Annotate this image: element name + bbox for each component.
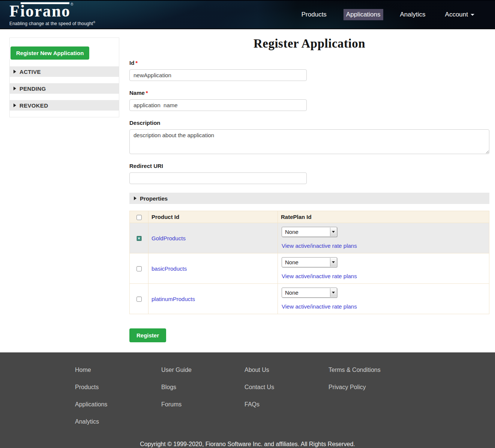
description-field-group: Description description about the applic… bbox=[129, 120, 489, 154]
footer-column-resources: User Guide Blogs Forums bbox=[161, 367, 244, 436]
footer-link-applications[interactable]: Applications bbox=[75, 401, 161, 408]
rateplan-selected-value: None bbox=[285, 259, 298, 265]
copyright-text: Copyright © 1999-2020, Fiorano Software … bbox=[0, 441, 495, 448]
brand-logo: Fiorano® Enabling change at the speed of… bbox=[0, 3, 95, 26]
id-label: Id* bbox=[129, 60, 489, 66]
sidebar-section-label: ACTIVE bbox=[20, 69, 41, 75]
table-row: basicProducts None View active/inactive … bbox=[130, 253, 489, 284]
sidebar-section-pending[interactable]: PENDING bbox=[10, 83, 119, 94]
redirect-uri-label: Redirect URI bbox=[129, 163, 489, 169]
select-dropdown-button bbox=[330, 228, 336, 236]
chevron-right-icon bbox=[134, 196, 136, 200]
footer-column-site: Home Products Applications Analytics bbox=[75, 367, 161, 436]
footer-link-products[interactable]: Products bbox=[75, 384, 161, 391]
chevron-right-icon bbox=[14, 103, 16, 107]
logo-text: Fiorano bbox=[9, 2, 70, 20]
register-button[interactable]: Register bbox=[129, 328, 166, 342]
name-label: Name* bbox=[129, 90, 489, 96]
registered-mark: ® bbox=[70, 2, 73, 6]
chevron-right-icon bbox=[14, 87, 16, 90]
view-rate-plans-link[interactable]: View active/inactive rate plans bbox=[282, 303, 357, 310]
column-header-product-id: Product Id bbox=[148, 211, 278, 223]
footer-link-contact-us[interactable]: Contact Us bbox=[244, 384, 328, 391]
caret-down-icon bbox=[332, 261, 335, 263]
sidebar: Register New Application ACTIVE PENDING … bbox=[9, 37, 119, 117]
rateplan-select[interactable]: None bbox=[282, 227, 337, 237]
nav-item-applications[interactable]: Applications bbox=[344, 9, 383, 20]
select-dropdown-button bbox=[330, 288, 336, 297]
required-asterisk: * bbox=[146, 90, 148, 96]
id-input[interactable] bbox=[129, 69, 307, 81]
nav-item-analytics[interactable]: Analytics bbox=[398, 9, 428, 20]
content-area: Register New Application ACTIVE PENDING … bbox=[0, 29, 495, 352]
caret-down-icon bbox=[471, 14, 474, 16]
select-dropdown-button bbox=[330, 258, 336, 267]
footer-link-analytics[interactable]: Analytics bbox=[75, 418, 161, 425]
sidebar-section-label: PENDING bbox=[20, 85, 46, 92]
row-checkbox[interactable] bbox=[136, 297, 142, 302]
select-all-checkbox[interactable] bbox=[136, 215, 142, 220]
main-nav: Products Applications Analytics Account bbox=[299, 9, 477, 20]
footer-link-terms[interactable]: Terms & Conditions bbox=[328, 367, 381, 373]
footer-column-company: About Us Contact Us FAQs bbox=[244, 367, 328, 436]
id-field-group: Id* bbox=[129, 60, 489, 81]
page-title: Register Application bbox=[129, 37, 489, 51]
table-row: GoldProducts None View active/inactive r… bbox=[130, 223, 489, 253]
table-header-row: Product Id RatePlan Id bbox=[130, 211, 489, 223]
name-input[interactable] bbox=[129, 99, 307, 111]
footer-link-blogs[interactable]: Blogs bbox=[161, 384, 244, 391]
sidebar-section-active[interactable]: ACTIVE bbox=[10, 66, 119, 77]
register-new-application-button[interactable]: Register New Application bbox=[10, 46, 89, 60]
rateplan-selected-value: None bbox=[285, 229, 298, 235]
rateplan-selected-value: None bbox=[285, 289, 298, 296]
rateplan-select[interactable]: None bbox=[282, 257, 337, 267]
footer-link-faqs[interactable]: FAQs bbox=[244, 401, 328, 408]
top-navbar: Fiorano® Enabling change at the speed of… bbox=[0, 0, 495, 29]
footer-link-forums[interactable]: Forums bbox=[161, 401, 244, 408]
row-checkbox[interactable] bbox=[136, 266, 142, 271]
select-all-cell bbox=[130, 211, 148, 223]
rateplan-select[interactable]: None bbox=[282, 288, 337, 298]
sidebar-section-label: REVOKED bbox=[20, 102, 48, 109]
required-asterisk: * bbox=[135, 60, 138, 66]
properties-accordion-header[interactable]: Properties bbox=[129, 193, 489, 204]
view-rate-plans-link[interactable]: View active/inactive rate plans bbox=[282, 273, 357, 279]
row-checkbox[interactable] bbox=[136, 236, 142, 241]
footer-column-legal: Terms & Conditions Privacy Policy bbox=[328, 367, 381, 436]
view-rate-plans-link[interactable]: View active/inactive rate plans bbox=[282, 243, 357, 249]
footer-link-privacy[interactable]: Privacy Policy bbox=[328, 384, 381, 391]
nav-item-account[interactable]: Account bbox=[442, 9, 477, 20]
table-row: platinumProducts None View active/inacti… bbox=[130, 284, 489, 314]
brand-tagline: Enabling change at the speed of thought® bbox=[9, 21, 95, 26]
redirect-uri-field-group: Redirect URI bbox=[129, 163, 489, 184]
product-link[interactable]: basicProducts bbox=[152, 265, 187, 272]
redirect-uri-input[interactable] bbox=[129, 172, 307, 184]
footer-link-about-us[interactable]: About Us bbox=[244, 367, 328, 373]
product-link[interactable]: platinumProducts bbox=[152, 296, 195, 302]
properties-header-label: Properties bbox=[140, 195, 168, 202]
register-application-form: Register Application Id* Name* Descripti… bbox=[129, 29, 489, 342]
footer: Home Products Applications Analytics Use… bbox=[0, 352, 495, 448]
footer-link-user-guide[interactable]: User Guide bbox=[161, 367, 244, 373]
name-field-group: Name* bbox=[129, 90, 489, 111]
footer-link-home[interactable]: Home bbox=[75, 367, 161, 373]
description-label: Description bbox=[129, 120, 489, 126]
chevron-right-icon bbox=[14, 70, 16, 73]
footer-links: Home Products Applications Analytics Use… bbox=[75, 367, 495, 436]
sidebar-section-revoked[interactable]: REVOKED bbox=[10, 100, 119, 111]
caret-down-icon bbox=[332, 292, 335, 294]
description-textarea[interactable]: description about the application bbox=[129, 129, 489, 154]
account-label: Account bbox=[445, 11, 468, 18]
caret-down-icon bbox=[332, 231, 335, 233]
nav-item-products[interactable]: Products bbox=[299, 9, 329, 20]
product-link[interactable]: GoldProducts bbox=[152, 235, 186, 241]
products-rateplan-table: Product Id RatePlan Id GoldProducts None… bbox=[129, 211, 489, 314]
column-header-rateplan-id: RatePlan Id bbox=[278, 211, 489, 223]
